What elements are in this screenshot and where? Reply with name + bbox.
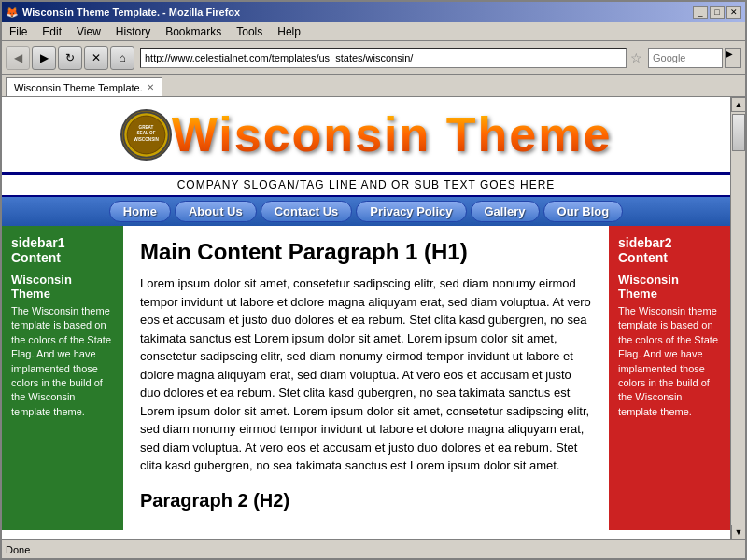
- site-header: GREAT SEAL OF WISCONSIN Wisconsin Theme: [2, 97, 730, 175]
- nav-home[interactable]: Home: [109, 201, 171, 222]
- bookmark-star[interactable]: ☆: [630, 50, 642, 65]
- title-bar-text: 🦊 Wisconsin Theme Template. - Mozilla Fi…: [6, 7, 240, 19]
- minimize-button[interactable]: _: [693, 6, 708, 19]
- nav-privacy[interactable]: Privacy Policy: [356, 201, 466, 222]
- menu-file[interactable]: File: [6, 25, 31, 38]
- vertical-scrollbar: ▲ ▼: [730, 97, 745, 539]
- scroll-down-button[interactable]: ▼: [731, 525, 745, 539]
- tab-label: Wisconsin Theme Template.: [14, 82, 143, 93]
- sidebar-left-subheading: Wisconsin Theme: [11, 273, 114, 301]
- scroll-up-button[interactable]: ▲: [731, 97, 745, 112]
- menu-tools[interactable]: Tools: [233, 25, 266, 38]
- sidebar-left-heading: sidebar1 Content: [11, 235, 114, 265]
- site-title: Wisconsin Theme: [172, 106, 613, 162]
- seal-svg: GREAT SEAL OF WISCONSIN: [122, 109, 170, 161]
- search-button[interactable]: ▶: [725, 48, 741, 68]
- toolbar: ◀ ▶ ↻ ✕ ⌂ http://www.celestialnet.com/te…: [2, 41, 745, 75]
- scroll-track[interactable]: [731, 112, 745, 525]
- svg-text:WISCONSIN: WISCONSIN: [134, 136, 159, 141]
- scroll-thumb[interactable]: [732, 114, 745, 151]
- address-text: http://www.celestialnet.com/templates/us…: [145, 52, 413, 63]
- menu-bookmarks[interactable]: Bookmarks: [162, 25, 225, 38]
- page-content: GREAT SEAL OF WISCONSIN Wisconsin Theme …: [2, 97, 730, 539]
- stop-icon: ✕: [92, 51, 101, 64]
- site-wrapper: GREAT SEAL OF WISCONSIN Wisconsin Theme …: [2, 97, 730, 530]
- menu-view[interactable]: View: [73, 25, 105, 38]
- sidebar-left: sidebar1 Content Wisconsin Theme The Wis…: [2, 226, 123, 530]
- title-bar-buttons: _ □ ✕: [693, 6, 741, 19]
- search-container: ▶: [648, 48, 741, 68]
- main-heading-2: Paragraph 2 (H2): [140, 490, 592, 511]
- nav-blog[interactable]: Our Blog: [543, 201, 624, 222]
- sidebar-right-text: The Wisconsin theme template is based on…: [618, 304, 721, 419]
- browser-window: 🦊 Wisconsin Theme Template. - Mozilla Fi…: [0, 0, 747, 560]
- sidebar-right-subheading: Wisconsin Theme: [618, 273, 721, 301]
- browser-icon: 🦊: [6, 7, 19, 19]
- sidebar-right: sidebar2 Content Wisconsin Theme The Wis…: [609, 226, 730, 530]
- menu-history[interactable]: History: [112, 25, 154, 38]
- address-bar[interactable]: http://www.celestialnet.com/templates/us…: [140, 48, 627, 68]
- wisconsin-seal: GREAT SEAL OF WISCONSIN: [120, 109, 172, 161]
- scrollbar-area: GREAT SEAL OF WISCONSIN Wisconsin Theme …: [2, 97, 745, 539]
- maximize-button[interactable]: □: [710, 6, 725, 19]
- svg-text:GREAT: GREAT: [138, 124, 153, 129]
- scroll-up-icon: ▲: [735, 100, 743, 109]
- site-navigation: Home About Us Contact Us Privacy Policy …: [2, 197, 730, 226]
- back-icon: ◀: [14, 51, 22, 64]
- back-button[interactable]: ◀: [6, 46, 30, 70]
- menu-bar: File Edit View History Bookmarks Tools H…: [2, 22, 745, 41]
- search-input[interactable]: [648, 48, 723, 68]
- search-icon: ▶: [726, 49, 733, 59]
- stop-button[interactable]: ✕: [84, 46, 108, 70]
- tab-close-button[interactable]: ✕: [147, 82, 154, 92]
- nav-about[interactable]: About Us: [175, 201, 257, 222]
- forward-icon: ▶: [40, 51, 49, 64]
- title-bar: 🦊 Wisconsin Theme Template. - Mozilla Fi…: [2, 2, 745, 22]
- sidebar-right-heading: sidebar2 Content: [618, 235, 721, 265]
- tab-bar: Wisconsin Theme Template. ✕: [2, 75, 745, 97]
- main-content: Main Content Paragraph 1 (H1) Lorem ipsu…: [123, 226, 609, 530]
- nav-gallery[interactable]: Gallery: [471, 201, 540, 222]
- sidebar-left-text: The Wisconsin theme template is based on…: [11, 304, 114, 419]
- status-bar: Done: [2, 539, 745, 558]
- nav-contact[interactable]: Contact Us: [261, 201, 353, 222]
- menu-help[interactable]: Help: [274, 25, 304, 38]
- tab-main[interactable]: Wisconsin Theme Template. ✕: [6, 77, 162, 96]
- svg-text:SEAL OF: SEAL OF: [136, 131, 155, 135]
- menu-edit[interactable]: Edit: [38, 25, 65, 38]
- home-button[interactable]: ⌂: [110, 46, 134, 70]
- address-bar-container: http://www.celestialnet.com/templates/us…: [140, 48, 642, 68]
- home-icon: ⌂: [119, 51, 125, 64]
- site-slogan: COMPANY SLOGAN/TAG LINE AND OR SUB TEXT …: [2, 175, 730, 197]
- main-heading-1: Main Content Paragraph 1 (H1): [140, 239, 592, 265]
- close-button[interactable]: ✕: [726, 6, 741, 19]
- main-paragraph-1: Lorem ipsum dolor sit amet, consetetur s…: [140, 274, 592, 475]
- scroll-down-icon: ▼: [735, 527, 743, 537]
- site-body: sidebar1 Content Wisconsin Theme The Wis…: [2, 226, 730, 530]
- status-text: Done: [6, 544, 30, 555]
- reload-icon: ↻: [65, 51, 75, 64]
- forward-button[interactable]: ▶: [32, 46, 56, 70]
- reload-button[interactable]: ↻: [58, 46, 82, 70]
